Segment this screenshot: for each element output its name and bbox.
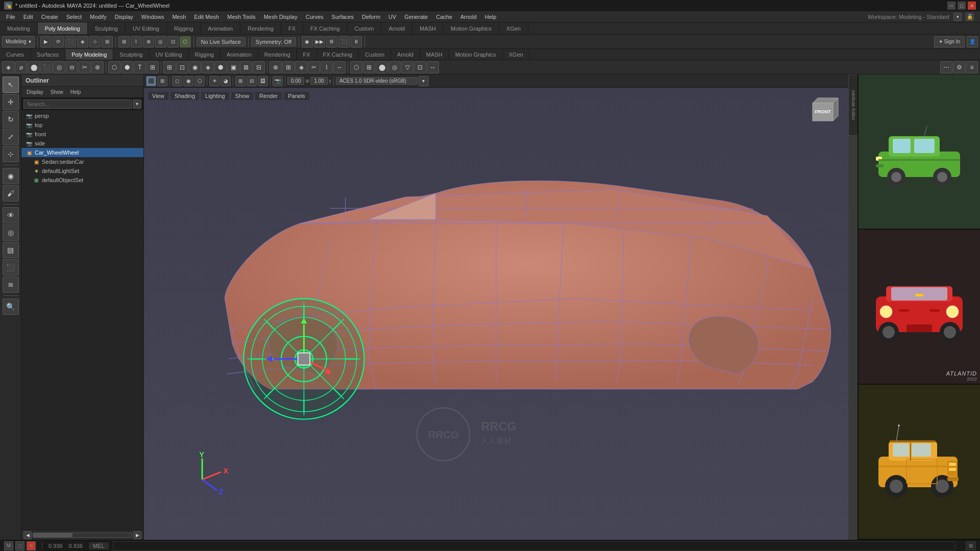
snap-surface[interactable]: ◎ [155,36,166,47]
tab-curves[interactable]: Curves [0,49,31,60]
uv-move-icon[interactable]: ↔ [333,61,346,73]
tool-paint[interactable]: ⬛ [65,36,76,47]
vp-show-menu[interactable]: Show [231,92,254,100]
tab-poly-modeling-2[interactable]: Poly Modeling [65,49,113,60]
search-tool[interactable]: 🔍 [3,298,19,315]
snap-live[interactable]: ⬡ [180,36,191,47]
menu-windows[interactable]: Windows [137,13,168,21]
extrude-icon[interactable]: ⬡ [108,61,120,73]
smooth-shade[interactable]: ◉ [183,76,193,86]
search-options[interactable]: ▾ [133,99,141,109]
command-line[interactable] [113,541,955,550]
tool-transform[interactable]: ⊹ [89,36,101,47]
crease-icon[interactable]: ⊠ [240,61,252,73]
account[interactable]: 👤 [967,36,978,47]
grid-icon[interactable]: ⊞ [163,61,176,73]
universal-tool[interactable]: ⊹ [3,146,19,162]
outliner-show-menu[interactable]: Show [47,88,66,96]
scale-tool[interactable]: ⤢ [3,129,19,145]
multi-cut-icon[interactable]: ✂ [79,61,91,73]
uv-layout-icon[interactable]: ⊞ [282,61,295,73]
menu-meshtools[interactable]: Mesh Tools [223,13,259,21]
tab-xgen[interactable]: XGen [499,22,528,34]
tab-motion-graphics[interactable]: Motion Graphics [444,22,499,34]
lasso-tool-icon[interactable]: ⌀ [15,61,27,73]
symmetry-icon[interactable]: ⊖ [66,61,78,73]
tab-rendering-2[interactable]: Rendering [258,49,297,60]
image-plane[interactable]: 🖼 [258,76,268,86]
rotate-tool[interactable]: ↻ [3,111,19,128]
vp-view-menu[interactable]: View [148,92,168,100]
wheel-wireframe-group[interactable] [243,298,364,419]
menu-deform[interactable]: Deform [358,13,384,21]
paint-select-icon[interactable]: ⬤ [28,61,40,73]
menu-generate[interactable]: Generate [400,13,432,21]
window-controls[interactable]: ─ □ ✕ [947,2,976,10]
menu-cache[interactable]: Cache [432,13,456,21]
outliner-search-input[interactable] [23,99,132,109]
show-hide[interactable]: 👁 [3,207,19,223]
tab-fx-caching[interactable]: FX Caching [303,22,347,34]
tab-mash[interactable]: MASH [412,22,444,34]
tree-item-persp[interactable]: 📷 persp [21,111,143,120]
mode-dropdown[interactable]: Modeling ▾ [2,36,35,47]
outliner-help-menu[interactable]: Help [67,88,84,96]
surface-icon[interactable]: ◈ [202,61,214,73]
menu-edit[interactable]: Edit [19,13,37,21]
render-opt[interactable]: ⚙ [326,36,337,47]
tab-sculpting[interactable]: Sculpting [88,22,126,34]
snap-point[interactable]: ⊕ [143,36,154,47]
outliner-display-menu[interactable]: Display [23,88,46,96]
lighting-toggle[interactable]: ☀ [209,76,219,86]
tab-rigging[interactable]: Rigging [167,22,201,34]
menu-mesh[interactable]: Mesh [168,13,190,21]
tool-select[interactable]: ▶ [40,36,52,47]
deform-icon[interactable]: ⬡ [350,61,362,73]
ipr[interactable]: ⬛ [338,36,350,47]
bridge-icon[interactable]: ⬢ [121,61,133,73]
render-seq[interactable]: ▶▶ [314,36,325,47]
snap-grid[interactable]: ⊞ [118,36,130,47]
tab-uv-editing-2[interactable]: UV Editing [150,49,189,60]
soft-select[interactable]: ◉ [3,168,19,184]
tab-modeling[interactable]: Modeling [0,22,38,34]
menu-meshdisplay[interactable]: Mesh Display [260,13,302,21]
menu-help[interactable]: Help [481,13,501,21]
menu-display[interactable]: Display [111,13,137,21]
anim-layer[interactable]: ≋ [3,277,19,293]
tool-settings-icon[interactable]: ⚙ [953,61,965,73]
reduce-icon[interactable]: ▽ [401,61,413,73]
menu-surfaces[interactable]: Surfaces [328,13,358,21]
menu-select[interactable]: Select [62,13,86,21]
tool-lasso[interactable]: ⟳ [53,36,64,47]
tree-item-objectset[interactable]: ⊞ defaultObjectSet [21,176,143,185]
tab-custom[interactable]: Custom [348,22,382,34]
scroll-left[interactable]: ◀ [23,531,32,539]
render-btn[interactable]: ◉ [302,36,313,47]
isolate[interactable]: ◎ [3,224,19,241]
vp-shading-menu[interactable]: Shading [170,92,199,100]
status-icon-3[interactable]: ✕ [27,541,36,550]
minimize-button[interactable]: ─ [947,2,955,10]
uv-cut-icon[interactable]: ✂ [308,61,320,73]
grid-toggle[interactable]: ⊞ [235,76,246,86]
marquee-icon[interactable]: ⬛ [40,61,53,73]
layer[interactable]: ▤ [3,242,19,258]
menu-arnold[interactable]: Arnold [456,13,481,21]
select-mode[interactable]: ↖ [3,77,19,93]
tab-fx[interactable]: FX [281,22,303,34]
vp-lighting-menu[interactable]: Lighting [201,92,229,100]
lattice-icon[interactable]: ⊞ [363,61,375,73]
render-setup[interactable]: ⬛ [3,259,19,276]
tab-mash-2[interactable]: MASH [420,49,449,60]
tree-item-lightset[interactable]: ☀ defaultLightSet [21,166,143,176]
menu-curves[interactable]: Curves [302,13,328,21]
menu-file[interactable]: File [2,13,19,21]
menu-uv[interactable]: UV [384,13,400,21]
tree-item-side[interactable]: 📷 side [21,139,143,148]
view-cube[interactable]: FRONT [807,93,843,129]
tab-animation-2[interactable]: Animation [220,49,258,60]
smooth-mesh-icon[interactable]: ◎ [388,61,401,73]
vp-render-menu[interactable]: Render [255,92,282,100]
channel-box-icon[interactable]: ≡ [966,61,978,73]
